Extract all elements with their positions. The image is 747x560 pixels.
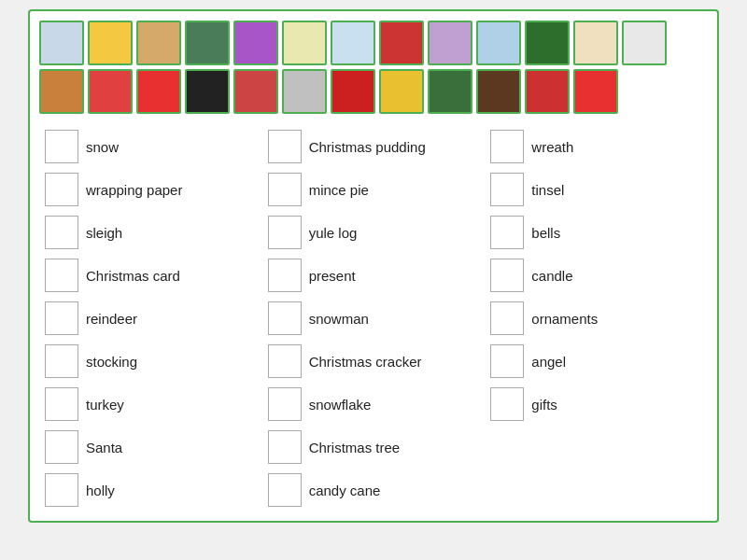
thumb-cane[interactable]	[573, 69, 618, 114]
vocab-item: present	[262, 254, 486, 297]
vocab-label: mince pie	[309, 182, 369, 198]
vocab-label: snow	[86, 139, 119, 155]
vocab-label: snowman	[309, 311, 369, 327]
vocab-image-box[interactable]	[45, 259, 78, 292]
gallery-row-2	[39, 69, 708, 114]
vocab-image-box[interactable]	[490, 387, 524, 421]
vocab-label: Christmas pudding	[309, 139, 426, 155]
thumb-pudding[interactable]	[476, 69, 521, 114]
thumb-tree[interactable]	[525, 21, 570, 65]
vocab-column-1: snowwrapping papersleighChristmas cardre…	[39, 125, 262, 511]
thumb-wreath[interactable]	[428, 69, 472, 114]
vocab-label: wreath	[531, 139, 573, 155]
vocab-label: tinsel	[531, 182, 564, 198]
vocab-item: ornaments	[485, 297, 708, 340]
vocab-image-box[interactable]	[45, 173, 78, 206]
thumb-gift[interactable]	[331, 69, 375, 114]
vocab-image-box[interactable]	[45, 473, 78, 507]
vocab-item: holly	[39, 469, 262, 511]
vocab-image-box[interactable]	[45, 216, 78, 249]
vocab-image-box[interactable]	[45, 301, 78, 335]
vocab-label: wrapping paper	[86, 182, 182, 198]
vocab-label: candy cane	[309, 483, 381, 498]
vocab-image-box[interactable]	[490, 216, 524, 249]
thumb-candles[interactable]	[282, 21, 327, 65]
vocab-item: Santa	[39, 426, 262, 469]
thumb-wreath[interactable]	[185, 21, 230, 65]
vocab-item: mince pie	[262, 168, 486, 211]
vocab-item: snowman	[262, 297, 486, 340]
thumb-purple[interactable]	[233, 21, 278, 65]
vocab-item: tinsel	[485, 168, 708, 211]
vocab-image-box[interactable]	[490, 344, 524, 378]
vocab-image-box[interactable]	[268, 473, 302, 507]
vocab-image-box[interactable]	[268, 259, 302, 292]
vocab-image-box[interactable]	[268, 173, 302, 206]
vocab-image-box[interactable]	[268, 430, 302, 464]
vocab-item: candle	[485, 254, 708, 297]
vocab-item: turkey	[39, 383, 262, 426]
thumb-turkey[interactable]	[39, 69, 84, 114]
vocab-image-box[interactable]	[268, 301, 302, 335]
vocab-label: yule log	[309, 225, 358, 241]
vocab-item: wreath	[485, 125, 708, 168]
vocab-image-box[interactable]	[45, 430, 78, 464]
vocab-item: Christmas tree	[262, 426, 486, 469]
vocab-column-3: wreathtinselbellscandleornamentsangelgif…	[485, 125, 708, 511]
thumb-bells[interactable]	[88, 21, 133, 65]
vocab-image-box[interactable]	[490, 173, 524, 206]
vocab-item: stocking	[39, 340, 262, 383]
thumb-candy[interactable]	[136, 69, 181, 114]
vocab-label: gifts	[531, 397, 557, 413]
vocab-image-box[interactable]	[45, 130, 78, 163]
thumb-tinsel[interactable]	[379, 69, 424, 114]
vocab-image-box[interactable]	[268, 387, 302, 421]
vocab-label: stocking	[86, 354, 137, 370]
vocab-label: ornaments	[531, 311, 598, 327]
vocab-image-box[interactable]	[268, 130, 302, 163]
vocab-item: angel	[485, 340, 708, 383]
thumb-snowflake[interactable]	[331, 21, 375, 65]
thumb-bear[interactable]	[136, 21, 181, 65]
vocab-image-box[interactable]	[268, 216, 302, 249]
thumb-angel[interactable]	[428, 21, 472, 65]
vocab-image-box[interactable]	[45, 344, 78, 378]
vocab-label: Christmas cracker	[309, 354, 422, 370]
vocab-label: present	[309, 268, 356, 284]
vocab-item: gifts	[485, 383, 708, 426]
thumb-white-dog[interactable]	[622, 21, 667, 65]
vocab-label: Christmas card	[86, 268, 180, 284]
vocab-column-2: Christmas puddingmince pieyule logpresen…	[262, 125, 486, 511]
vocab-label: Santa	[86, 440, 122, 455]
vocab-image-box[interactable]	[45, 387, 78, 421]
gallery-row-1	[39, 21, 708, 65]
main-container: snowwrapping papersleighChristmas cardre…	[28, 9, 719, 523]
thumb-card[interactable]	[573, 21, 618, 65]
vocab-image-box[interactable]	[268, 344, 302, 378]
thumb-gifts[interactable]	[88, 69, 133, 114]
image-gallery	[39, 21, 708, 114]
vocab-item: Christmas card	[39, 254, 262, 297]
thumb-holly[interactable]	[525, 69, 570, 114]
vocab-label: candle	[531, 268, 572, 284]
vocab-item: yule log	[262, 211, 486, 254]
thumb-silver[interactable]	[282, 69, 327, 114]
thumb-dog[interactable]	[39, 21, 84, 65]
vocab-label: turkey	[86, 397, 124, 413]
thumb-candle[interactable]	[185, 69, 230, 114]
vocab-image-box[interactable]	[490, 259, 524, 292]
vocab-image-box[interactable]	[490, 301, 524, 335]
vocab-item: Christmas cracker	[262, 340, 486, 383]
thumb-sleigh[interactable]	[476, 21, 521, 65]
thumb-stocking[interactable]	[233, 69, 278, 114]
vocab-label: bells	[531, 225, 560, 241]
vocab-item: sleigh	[39, 211, 262, 254]
thumb-ornament[interactable]	[379, 21, 424, 65]
vocab-item: candy cane	[262, 469, 486, 511]
vocab-item: wrapping paper	[39, 168, 262, 211]
vocab-label: snowflake	[309, 397, 372, 413]
vocab-image-box[interactable]	[490, 130, 524, 163]
vocabulary-grid: snowwrapping papersleighChristmas cardre…	[39, 125, 708, 511]
vocab-item: Christmas pudding	[262, 125, 486, 168]
vocab-label: holly	[86, 483, 115, 498]
